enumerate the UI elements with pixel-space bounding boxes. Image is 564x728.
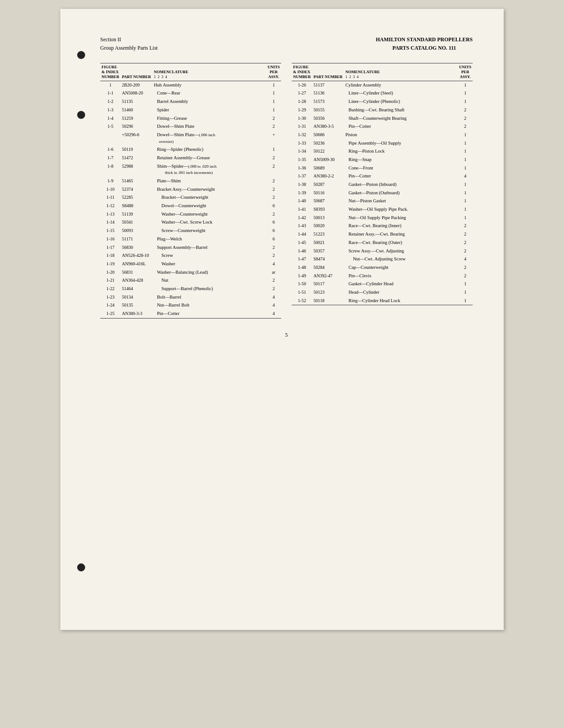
table-row: 1-1756830Support Assembly—Barrel2 [100, 244, 281, 252]
table-row: 1-37AN380-2-2Pin—Cotter4 [292, 172, 473, 181]
units-cell: 1 [458, 89, 473, 98]
table-row: 1-1052374Bracket Assy.—Counterweight2 [100, 185, 281, 194]
figure-cell: 1-39 [292, 189, 312, 197]
part-number-cell: 50236 [312, 139, 344, 148]
units-cell: 1 [266, 146, 281, 154]
figure-cell: 1-7 [100, 154, 121, 162]
units-cell: 2 [266, 285, 281, 293]
table-row: 1-3250686Piston1 [292, 131, 473, 139]
nomenclature-cell: Spider [153, 106, 266, 114]
right-table: FIGURE& INDEXNUMBER PART NUMBER NOMENCLA… [292, 63, 473, 305]
units-cell: ar [266, 268, 281, 277]
nomenclature-cell: Liner—Cylinder (Phenolic) [344, 98, 458, 106]
tables-container: FIGURE& INDEXNUMBER PART NUMBER NOMENCLA… [100, 63, 473, 318]
nomenclature-cell: Liner—Cylinder (Steel) [344, 89, 458, 98]
figure-cell [100, 131, 121, 146]
units-cell: 1 [458, 181, 473, 189]
section-subtitle: Group Assembly Parts List [100, 44, 158, 52]
nomenclature-cell: Nut—Cwt. Adjusting Screw [344, 255, 458, 264]
table-row: 1-351460Spider1 [100, 106, 281, 114]
catalog-title-2: PARTS CATALOG NO. 111 [376, 44, 473, 52]
nomenclature-cell: Dowel—Shim Plate—(.006 inch oversize) [153, 131, 266, 146]
part-number-cell: 50357 [312, 247, 344, 256]
part-number-cell: AN380-2-2 [312, 172, 344, 181]
nomenclature-cell: Washer [153, 260, 266, 268]
figure-cell: 1-31 [292, 122, 312, 131]
part-number-cell: 50287 [312, 181, 344, 189]
figure-cell: 1-40 [292, 197, 312, 205]
nomenclature-cell: Washer—Oil Supply Pipe Pack. [344, 205, 458, 214]
units-cell: 2 [266, 122, 281, 131]
units-cell: 6 [266, 227, 281, 235]
nomenclature-cell: Retainer Assy.—Cwt. Bearing [344, 230, 458, 239]
nomenclature-cell: Retainer Assembly—Grease [153, 154, 266, 162]
part-number-cell: 50118 [312, 297, 344, 305]
table-row: 1-19AN960-416LWasher4 [100, 260, 281, 268]
nomenclature-cell: Bushing—Cwt. Bearing Shaft [344, 106, 458, 114]
table-row: 1-1550093Screw—Counterweight6 [100, 227, 281, 235]
table-row: 1-5050117Gasket—Cylinder Head1 [292, 280, 473, 288]
figure-cell: 1-6 [100, 146, 121, 154]
units-cell: 1 [458, 164, 473, 173]
units-cell: 1 [266, 98, 281, 106]
part-number-cell: S8474 [312, 255, 344, 264]
units-cell: 1 [458, 156, 473, 164]
figure-cell: 1-50 [292, 280, 312, 288]
nomenclature-cell: Pin—Cotter [344, 122, 458, 131]
part-number-cell: 50123 [312, 288, 344, 297]
table-row: 1-852988Shim—Spider—(.008 to .020 inch t… [100, 162, 281, 177]
nomenclature-cell: Cap—Counterweight [344, 264, 458, 272]
nomenclature-cell: Gasket—Cylinder Head [344, 280, 458, 288]
nomenclature-cell: Hub Assembly [153, 81, 266, 89]
units-cell: 1 [458, 205, 473, 214]
units-cell: 2 [266, 185, 281, 194]
figure-cell: 1-10 [100, 185, 121, 194]
table-row: 1-4550021Race—Cwt. Bearing (Outer)2 [292, 239, 473, 247]
table-row: 1-5250118Ring—Cylinder Head Lock1 [292, 297, 473, 305]
table-row: 1-3850287Gasket—Piston (Inboard)1 [292, 181, 473, 189]
part-number-cell: 56831 [121, 268, 153, 277]
figure-cell: 1-17 [100, 244, 121, 252]
col-units-right: UNITSPERASSY. [458, 63, 473, 81]
units-cell: 2 [458, 239, 473, 247]
part-number-cell: 50356 [312, 114, 344, 123]
units-cell: 2 [266, 276, 281, 285]
figure-cell: 1-1 [100, 89, 121, 98]
units-cell: 1 [458, 98, 473, 106]
units-cell: 2 [266, 162, 281, 177]
units-cell: 2 [266, 177, 281, 185]
units-cell: 1 [458, 139, 473, 148]
table-row: 1-550296Dowel—Shim Plate2 [100, 122, 281, 131]
units-cell: 6 [266, 202, 281, 210]
part-number-cell: S8488 [121, 202, 153, 210]
figure-cell: 1 [100, 81, 121, 89]
part-number-cell: 50686 [312, 131, 344, 139]
nomenclature-cell: Piston [344, 131, 458, 139]
nomenclature-cell: Nut—Oil Supply Pipe Packing [344, 214, 458, 222]
table-row: 1-5150123Head—Cylinder1 [292, 288, 473, 297]
nomenclature-cell: Bracket—Counterweight [153, 193, 266, 202]
table-row: 1-2251464Support—Barrel (Phenolic)2 [100, 285, 281, 293]
nomenclature-cell: Screw—Counterweight [153, 227, 266, 235]
part-number-cell: 52988 [121, 162, 153, 177]
table-row: 1-4050687Nut—Piston Gasket1 [292, 197, 473, 205]
units-cell: 1 [458, 81, 473, 89]
table-row: 1-49AN392-47Pin—Clevis2 [292, 272, 473, 280]
col-nom-right: NOMENCLATURE1 2 3 4 [344, 63, 458, 81]
units-cell: 1 [458, 280, 473, 288]
table-row: 1-1152285Bracket—Counterweight2 [100, 193, 281, 202]
figure-cell: 1-30 [292, 114, 312, 123]
part-number-cell: 50135 [121, 301, 153, 310]
part-number-cell: AN5009-30 [312, 156, 344, 164]
figure-cell: 1-45 [292, 239, 312, 247]
units-cell: 1 [458, 214, 473, 222]
nomenclature-cell: Cylinder Assembly [344, 81, 458, 89]
right-table-wrapper: FIGURE& INDEXNUMBER PART NUMBER NOMENCLA… [292, 63, 473, 318]
part-number-cell: 50119 [121, 146, 153, 154]
bullet-3 [77, 563, 85, 571]
units-cell: 2 [458, 222, 473, 230]
table-row: 1-251135Barrel Assembly1 [100, 98, 281, 106]
page: Section II Group Assembly Parts List HAM… [60, 9, 504, 630]
part-number-cell: 50013 [312, 214, 344, 222]
table-row: 1-751472Retainer Assembly—Grease2 [100, 154, 281, 162]
